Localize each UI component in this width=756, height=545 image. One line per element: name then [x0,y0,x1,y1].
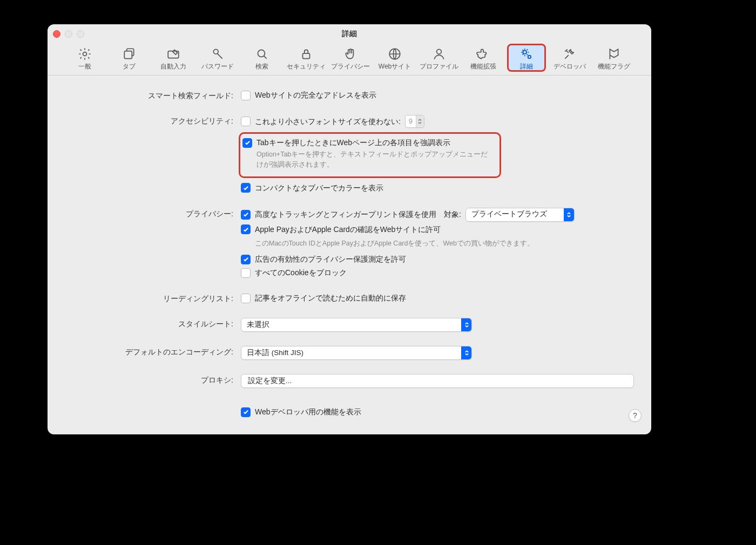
svg-point-4 [258,50,265,57]
wrench-icon [562,46,578,62]
checkbox-label: Tabキーを押したときにWebページ上の各項目を強調表示 [256,137,450,148]
checkbox-label: 高度なトラッキングとフィンガープリント保護を使用 対象: [255,209,461,220]
tab-label: 一般 [78,63,91,70]
tab-feature-flags[interactable]: 機能フラグ [593,44,634,72]
show-full-address-checkbox[interactable]: Webサイトの完全なアドレスを表示 [241,90,634,101]
checkbox-icon [241,268,251,278]
checkbox-label: すべてのCookieをブロック [255,267,347,278]
tab-websites[interactable]: Webサイト [374,44,415,72]
advanced-form: スマート検索フィールド: Webサイトの完全なアドレスを表示 アクセシビリティ:… [48,76,651,430]
checkbox-icon [242,138,252,148]
ad-measurement-checkbox[interactable]: 広告の有効性のプライバシー保護測定を許可 [241,254,634,265]
save-offline-checkbox[interactable]: 記事をオフラインで読むために自動的に保存 [241,292,634,304]
chevron-updown-icon [461,318,471,331]
titlebar: 詳細 [48,24,651,42]
encoding-select[interactable]: 日本語 (Shift JIS) [241,346,472,360]
flag-icon [606,46,622,62]
tab-label: 機能フラグ [598,63,630,70]
hand-icon [342,46,359,62]
checkbox-icon [241,210,251,220]
person-icon [431,46,447,62]
tab-label: プロファイル [420,63,458,70]
checkbox-icon [241,117,251,126]
reading-list-label: リーディングリスト: [65,292,233,304]
tab-profiles[interactable]: プロファイル [418,44,460,72]
window-title: 詳細 [48,29,651,39]
developer-spacer [65,406,233,408]
lock-icon [298,46,314,62]
svg-point-3 [213,49,218,54]
checkbox-icon [241,294,251,303]
apple-pay-checkbox[interactable]: Apple PayおよびApple Cardの確認をWebサイトに許可 [241,224,634,235]
checkbox-icon [241,91,251,100]
tab-security[interactable]: セキュリティ [286,44,327,72]
key-icon [210,46,226,62]
preferences-window: 詳細 一般 タブ 自動入力 パ [48,24,651,434]
tab-label: 検索 [255,63,268,70]
checkbox-icon [241,407,251,417]
help-button[interactable]: ? [629,409,642,422]
checkbox-label: Webデベロッパ用の機能を表示 [255,406,361,418]
min-font-checkbox[interactable]: これより小さいフォントサイズを使わない: 9 [241,115,634,128]
svg-rect-5 [303,53,310,59]
search-icon [254,46,270,62]
min-font-select[interactable]: 9 [405,115,424,128]
tab-general[interactable]: 一般 [64,44,105,72]
checkbox-label: Webサイトの完全なアドレスを表示 [255,90,376,101]
tab-label: セキュリティ [287,63,326,70]
compact-color-checkbox[interactable]: コンパクトなタブバーでカラーを表示 [241,182,634,194]
tab-privacy[interactable]: プライバシー [330,44,371,72]
proxy-settings-button[interactable]: 設定を変更... [241,374,634,388]
tab-label: デベロッパ [554,63,586,70]
tab-label: Webサイト [379,63,411,70]
checkbox-icon [241,183,251,193]
apple-pay-note: このMacのTouch IDとApple PayおよびApple Cardを使っ… [255,239,600,249]
svg-rect-1 [124,51,132,59]
stylesheet-label: スタイルシート: [65,318,233,329]
block-cookie-checkbox[interactable]: すべてのCookieをブロック [241,267,634,278]
tab-label: 詳細 [520,63,533,70]
tab-extensions[interactable]: 機能拡張 [463,44,504,72]
tab-label: タブ [123,63,136,70]
svg-point-8 [523,51,527,54]
pencil-card-icon [165,46,181,62]
show-developer-features-checkbox[interactable]: Webデベロッパ用の機能を表示 [241,406,634,418]
tab-label: プライバシー [331,63,370,70]
globe-icon [387,46,403,62]
tab-advanced[interactable]: 詳細 [507,44,546,72]
tab-highlight-note: Option+Tabキーを押すと、テキストフィールドとポップアップメニューだけが… [256,149,494,170]
checkbox-label: これより小さいフォントサイズを使わない: [255,116,401,127]
encoding-label: デフォルトのエンコーディング: [65,346,233,357]
tab-highlight-checkbox[interactable]: Tabキーを押したときにWebページ上の各項目を強調表示 [242,137,494,148]
checkbox-icon [241,255,251,264]
select-value: 未選択 [241,320,275,330]
tracking-scope-select[interactable]: プライベートブラウズ [465,208,575,222]
checkbox-label: 記事をオフラインで読むために自動的に保存 [255,292,406,304]
accessibility-label: アクセシビリティ: [65,115,233,126]
checkbox-icon [241,224,251,234]
checkbox-label: 広告の有効性のプライバシー保護測定を許可 [255,254,406,265]
tab-highlight-callout: Tabキーを押したときにWebページ上の各項目を強調表示 Option+Tabキ… [239,132,501,178]
select-value: 9 [406,117,416,127]
gears-icon [518,46,535,62]
checkbox-label: Apple PayおよびApple Cardの確認をWebサイトに許可 [255,224,441,235]
tab-developer[interactable]: デベロッパ [549,44,590,72]
preferences-toolbar: 一般 タブ 自動入力 パスワード 検索 [48,42,651,76]
tab-label: 自動入力 [160,63,186,70]
tab-autofill[interactable]: 自動入力 [153,44,194,72]
chevron-down-icon [416,115,424,127]
svg-point-9 [528,56,531,58]
tracking-protection-checkbox[interactable]: 高度なトラッキングとフィンガープリント保護を使用 対象: プライベートブラウズ [241,208,634,222]
tab-label: パスワード [201,63,234,70]
svg-point-7 [437,49,442,54]
smart-search-label: スマート検索フィールド: [65,90,233,101]
svg-point-0 [83,52,87,56]
stylesheet-select[interactable]: 未選択 [241,318,472,332]
tab-tabs[interactable]: タブ [109,44,150,72]
gear-icon [77,46,93,62]
chevron-updown-icon [564,208,574,221]
tab-label: 機能拡張 [470,63,496,70]
tab-passwords[interactable]: パスワード [197,44,238,72]
tab-search[interactable]: 検索 [241,44,282,72]
chevron-updown-icon [461,346,471,359]
